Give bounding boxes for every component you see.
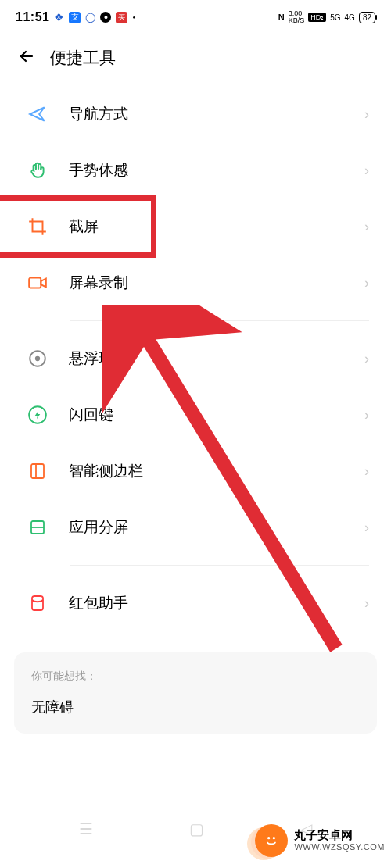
crop-icon [27, 216, 48, 238]
svg-point-11 [273, 837, 275, 839]
hd-badge: HD₂ [308, 13, 326, 22]
row-label: 截屏 [69, 216, 364, 237]
row-flashback-key[interactable]: 闪回键 › [0, 387, 391, 443]
bolt-circle-icon [27, 404, 48, 426]
suggestions-card: 你可能想找： 无障碍 [14, 652, 377, 734]
row-label: 导航方式 [69, 104, 364, 124]
row-red-packet-assistant[interactable]: 红包助手 › [0, 575, 391, 631]
svg-point-2 [36, 357, 39, 360]
watermark-url: WWW.WZSQSY.COM [294, 842, 385, 852]
row-label: 闪回键 [69, 405, 364, 425]
divider [70, 641, 369, 641]
watermark: 丸子安卓网 WWW.WZSQSY.COM [255, 824, 385, 857]
app-icon-1: ❖ [54, 11, 64, 23]
status-time: 11:51 [16, 10, 49, 24]
divider [70, 320, 369, 321]
row-floating-ball[interactable]: 悬浮球 › [0, 330, 391, 387]
chevron-right-icon: › [364, 595, 369, 612]
back-button[interactable] [17, 47, 36, 69]
suggestions-hint: 你可能想找： [31, 670, 360, 684]
app-icon-red: 买 [116, 12, 127, 23]
svg-rect-0 [29, 278, 41, 288]
red-packet-icon [27, 592, 48, 614]
row-screenshot[interactable]: 截屏 › [0, 198, 391, 255]
signal-5g-icon: 5G [330, 13, 340, 22]
nav-recent-button[interactable]: ☰ [79, 820, 93, 838]
row-gesture-motion[interactable]: 手势体感 › [0, 142, 391, 198]
row-label: 手势体感 [69, 160, 364, 180]
search-icon: ◯ [85, 12, 95, 23]
nav-home-button[interactable]: ▢ [189, 820, 204, 838]
nav-arrow-icon [27, 103, 48, 125]
status-right: N 3.00 KB/S HD₂ 5G 4G 82 [278, 10, 375, 24]
row-label: 应用分屏 [69, 517, 364, 538]
nfc-icon: N [278, 13, 285, 22]
chevron-right-icon: › [364, 351, 369, 367]
row-label: 悬浮球 [69, 348, 364, 369]
row-navigation-mode[interactable]: 导航方式 › [0, 86, 391, 142]
location-icon: ● [100, 12, 111, 23]
row-label: 红包助手 [69, 593, 364, 613]
row-split-screen[interactable]: 应用分屏 › [0, 499, 391, 555]
battery-icon: 82 [359, 12, 375, 23]
divider [70, 565, 369, 566]
status-bar: 11:51 ❖ 支 ◯ ● 买 ● N 3.00 KB/S HD₂ 5G 4G … [0, 0, 391, 31]
chevron-right-icon: › [364, 275, 369, 291]
row-smart-sidebar[interactable]: 智能侧边栏 › [0, 443, 391, 499]
signal-4g-icon: 4G [345, 13, 355, 22]
chevron-right-icon: › [364, 163, 369, 179]
network-speed: 3.00 KB/S [289, 10, 305, 24]
split-icon [27, 516, 48, 538]
svg-rect-4 [31, 464, 44, 478]
svg-point-10 [267, 837, 270, 839]
target-icon [27, 348, 48, 370]
settings-list: 导航方式 › 手势体感 › 截屏 › 屏幕录制 › 悬浮球 › [0, 86, 391, 641]
side-panel-icon [27, 460, 48, 482]
chevron-right-icon: › [364, 407, 369, 423]
page-title: 便捷工具 [50, 47, 116, 69]
chevron-right-icon: › [364, 106, 369, 123]
row-label: 智能侧边栏 [69, 461, 364, 481]
alipay-icon: 支 [69, 12, 81, 23]
chevron-right-icon: › [364, 219, 369, 235]
more-dot-icon: ● [132, 15, 135, 20]
video-icon [27, 272, 48, 294]
status-left: 11:51 ❖ 支 ◯ ● 买 ● [16, 10, 135, 24]
row-screen-recording[interactable]: 屏幕录制 › [0, 255, 391, 311]
chevron-right-icon: › [364, 520, 369, 536]
row-label: 屏幕录制 [69, 273, 364, 293]
watermark-title: 丸子安卓网 [294, 828, 385, 842]
chevron-right-icon: › [364, 463, 369, 480]
watermark-logo-icon [255, 824, 288, 857]
suggestion-item-accessibility[interactable]: 无障碍 [31, 698, 360, 716]
hand-icon [27, 159, 48, 181]
page-header: 便捷工具 [0, 31, 391, 86]
watermark-text: 丸子安卓网 WWW.WZSQSY.COM [294, 828, 385, 852]
svg-rect-8 [32, 596, 43, 610]
